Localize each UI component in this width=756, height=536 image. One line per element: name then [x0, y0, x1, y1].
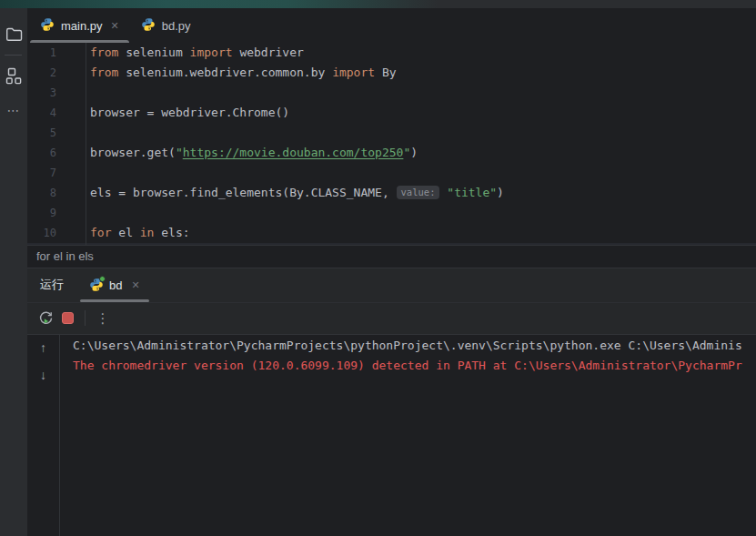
code-text [56, 83, 90, 103]
run-toolbar: ⋮ [27, 302, 756, 334]
code-line[interactable]: 3 [27, 83, 756, 103]
toolbar-separator [85, 310, 86, 326]
console-output[interactable]: C:\Users\Administrator\PycharmProjects\p… [60, 335, 756, 536]
code-text: txt = el.text [56, 243, 211, 245]
code-text [56, 163, 90, 183]
editor-tab-bar: main.py✕bd.py [27, 8, 756, 43]
python-icon [141, 17, 156, 35]
code-line[interactable]: 1from selenium import webdriver [27, 43, 756, 63]
tab-main.py[interactable]: main.py✕ [29, 8, 130, 43]
code-line[interactable]: 8els = browser.find_elements(By.CLASS_NA… [27, 183, 756, 203]
code-text [56, 123, 90, 143]
scroll-down-icon[interactable]: ↓ [40, 367, 46, 383]
tab-label: main.py [61, 19, 103, 33]
run-tab-bd[interactable]: bd ✕ [78, 268, 151, 302]
running-indicator-dot [99, 276, 106, 282]
line-number[interactable]: 4 [27, 103, 56, 123]
code-line[interactable]: 6browser.get("https://movie.douban.com/t… [27, 143, 756, 163]
python-icon [40, 17, 55, 35]
code-text: from selenium import webdriver [56, 43, 304, 63]
code-line[interactable]: 5 [27, 123, 756, 143]
console-gutter: ↑ ↓ [27, 335, 60, 536]
code-line[interactable]: 10for el in els: [27, 223, 756, 243]
pycharm-window: ⋯ main.py✕bd.py 1from selenium import we… [0, 0, 756, 536]
line-number[interactable]: 2 [27, 63, 56, 83]
kebab-menu-icon: ⋮ [96, 310, 110, 327]
scroll-up-icon[interactable]: ↑ [40, 339, 46, 356]
active-tab-underline [80, 299, 149, 302]
code-text: from selenium.webdriver.common.by import… [56, 63, 397, 83]
code-line[interactable]: 4browser = webdriver.Chrome() [27, 103, 756, 123]
run-toolwindow-header: 运行 bd ✕ [27, 268, 756, 302]
run-toolwindow-title: 运行 [40, 277, 64, 293]
code-line[interactable]: 11 txt = el.text [27, 243, 756, 245]
structure-icon[interactable] [0, 65, 27, 86]
line-number[interactable]: 6 [27, 143, 56, 163]
close-icon[interactable]: ✕ [111, 20, 119, 32]
more-toolwindows-icon[interactable]: ⋯ [0, 99, 27, 121]
stripe-divider [5, 55, 22, 56]
console-line-stdout: C:\Users\Administrator\PycharmProjects\p… [73, 336, 756, 356]
code-text: browser = webdriver.Chrome() [56, 103, 289, 123]
line-number[interactable]: 3 [27, 83, 56, 103]
code-text: browser.get("https://movie.douban.com/to… [56, 143, 418, 163]
line-number[interactable]: 9 [27, 203, 56, 223]
run-console: ↑ ↓ C:\Users\Administrator\PycharmProjec… [27, 334, 756, 536]
line-number[interactable]: 1 [27, 43, 56, 63]
code-text: for el in els: [56, 223, 190, 243]
python-icon [89, 278, 104, 292]
tab-bd.py[interactable]: bd.py [130, 8, 202, 43]
line-number[interactable]: 10 [27, 223, 56, 243]
window-titlebar [0, 0, 756, 8]
code-line[interactable]: 7 [27, 163, 756, 183]
toolwindow-stripe: ⋯ [0, 8, 27, 536]
run-tab-label: bd [109, 278, 122, 292]
more-options-button[interactable]: ⋮ [92, 308, 114, 329]
close-icon[interactable]: ✕ [131, 279, 139, 291]
code-text [56, 203, 90, 223]
project-folder-icon[interactable] [0, 23, 27, 45]
rerun-button[interactable] [35, 308, 56, 329]
line-number[interactable]: 8 [27, 183, 56, 203]
stop-icon [62, 312, 74, 324]
breadcrumb[interactable]: for el in els [27, 245, 756, 268]
code-line[interactable]: 9 [27, 203, 756, 223]
code-line[interactable]: 2from selenium.webdriver.common.by impor… [27, 63, 756, 83]
line-number[interactable]: 11 [27, 243, 56, 245]
tab-label: bd.py [162, 19, 191, 33]
code-text: els = browser.find_elements(By.CLASS_NAM… [56, 183, 504, 203]
code-editor[interactable]: 1from selenium import webdriver2from sel… [27, 43, 756, 245]
line-number[interactable]: 7 [27, 163, 56, 183]
line-number[interactable]: 5 [27, 123, 56, 143]
breadcrumb-text: for el in els [36, 249, 94, 263]
console-line-stderr: The chromedriver version (120.0.6099.109… [73, 356, 756, 376]
stop-button[interactable] [56, 308, 78, 329]
